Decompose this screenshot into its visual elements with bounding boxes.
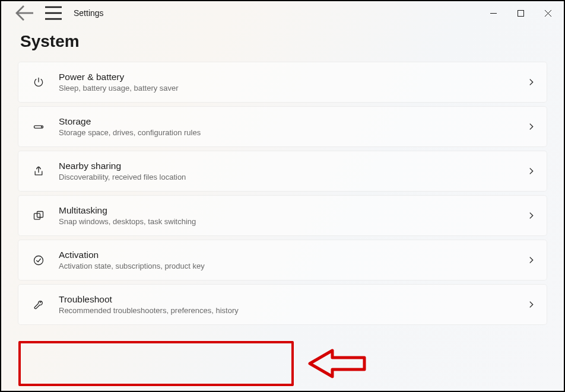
item-title: Troubleshoot bbox=[59, 294, 526, 305]
troubleshoot-item[interactable]: Troubleshoot Recommended troubleshooters… bbox=[18, 284, 547, 325]
svg-point-12 bbox=[34, 256, 43, 264]
item-subtitle: Activation state, subscriptions, product… bbox=[59, 262, 526, 270]
item-subtitle: Sleep, battery usage, battery saver bbox=[59, 84, 526, 93]
chevron-right-icon bbox=[526, 167, 536, 175]
activation-item[interactable]: Activation Activation state, subscriptio… bbox=[18, 240, 547, 281]
item-subtitle: Storage space, drives, configuration rul… bbox=[59, 128, 526, 137]
annotation-arrow-icon bbox=[307, 346, 367, 384]
window-close-button[interactable] bbox=[534, 4, 561, 23]
svg-rect-1 bbox=[518, 10, 523, 16]
annotation-highlight-box bbox=[18, 341, 294, 386]
chevron-right-icon bbox=[526, 212, 536, 219]
chevron-right-icon bbox=[526, 301, 536, 308]
chevron-right-icon bbox=[526, 256, 536, 264]
multitasking-item[interactable]: Multitasking Snap windows, desktops, tas… bbox=[18, 195, 547, 236]
item-title: Nearby sharing bbox=[59, 161, 526, 171]
item-text: Power & battery Sleep, battery usage, ba… bbox=[59, 72, 526, 93]
page-title: System bbox=[20, 32, 564, 51]
power-battery-item[interactable]: Power & battery Sleep, battery usage, ba… bbox=[18, 62, 547, 103]
chevron-right-icon bbox=[526, 78, 536, 86]
share-icon bbox=[30, 165, 47, 177]
window-minimize-button[interactable] bbox=[480, 4, 507, 23]
item-title: Power & battery bbox=[59, 72, 526, 82]
storage-icon bbox=[30, 121, 47, 133]
window-maximize-button[interactable] bbox=[507, 4, 534, 23]
svg-line-13 bbox=[40, 301, 42, 303]
app-name: Settings bbox=[74, 8, 104, 18]
item-text: Multitasking Snap windows, desktops, tas… bbox=[59, 205, 526, 226]
item-text: Activation Activation state, subscriptio… bbox=[59, 250, 526, 270]
item-subtitle: Discoverability, received files location bbox=[59, 173, 526, 181]
item-text: Storage Storage space, drives, configura… bbox=[59, 116, 526, 137]
item-title: Activation bbox=[59, 250, 526, 260]
multitasking-icon bbox=[30, 210, 47, 222]
activation-icon bbox=[30, 254, 47, 266]
settings-window: Settings System Power & battery Sleep, b… bbox=[0, 0, 565, 392]
item-text: Nearby sharing Discoverability, received… bbox=[59, 161, 526, 181]
item-title: Storage bbox=[59, 116, 526, 127]
settings-list: Power & battery Sleep, battery usage, ba… bbox=[1, 62, 564, 325]
hamburger-menu-button[interactable] bbox=[42, 1, 65, 25]
chevron-right-icon bbox=[526, 123, 536, 130]
svg-marker-14 bbox=[310, 350, 364, 377]
svg-point-9 bbox=[42, 126, 42, 127]
troubleshoot-icon bbox=[30, 299, 47, 311]
item-title: Multitasking bbox=[59, 205, 526, 216]
nearby-sharing-item[interactable]: Nearby sharing Discoverability, received… bbox=[18, 151, 547, 192]
back-button[interactable] bbox=[13, 1, 37, 25]
item-subtitle: Recommended troubleshooters, preferences… bbox=[59, 306, 526, 315]
storage-item[interactable]: Storage Storage space, drives, configura… bbox=[18, 106, 547, 147]
power-icon bbox=[30, 77, 47, 88]
item-text: Troubleshoot Recommended troubleshooters… bbox=[59, 294, 526, 315]
item-subtitle: Snap windows, desktops, task switching bbox=[59, 217, 526, 226]
